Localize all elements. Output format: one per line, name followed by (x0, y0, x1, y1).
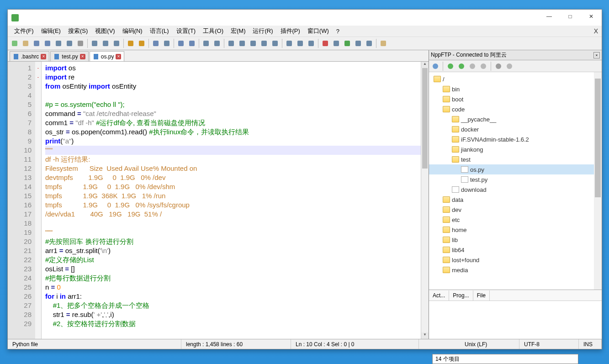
cut-icon[interactable] (90, 38, 100, 48)
tree-file[interactable]: test.py (429, 174, 602, 185)
scroll-down-arrow-icon[interactable]: ▼ (421, 332, 429, 339)
menu-search[interactable]: 搜索(S) (64, 26, 91, 36)
tab-close-icon[interactable]: × (116, 54, 121, 59)
tab-test-py[interactable]: test.py× (50, 51, 88, 61)
play-macro-icon[interactable] (342, 38, 352, 48)
menu-macro[interactable]: 宏(M) (227, 26, 249, 36)
tree-scroll-thumb[interactable] (595, 79, 601, 197)
rerun-macro-icon[interactable] (353, 38, 363, 48)
tree-folder[interactable]: / (429, 74, 602, 84)
tree-folder[interactable]: iF.SVNAdmin-stable-1.6.2 (429, 134, 602, 144)
menu-edit[interactable]: 编辑(E) (37, 26, 64, 36)
file-icon (461, 176, 468, 183)
bottom-tab-act[interactable]: Act... (429, 290, 449, 301)
tree-folder[interactable]: code (429, 104, 602, 114)
menu-file[interactable]: 文件(F) (11, 26, 37, 36)
tree-folder[interactable]: dev (429, 205, 602, 215)
zoom-out-icon[interactable] (187, 38, 197, 48)
menu-encoding[interactable]: 编码(N) (119, 26, 146, 36)
stop-macro-icon[interactable] (331, 38, 341, 48)
panel-title-bar[interactable]: NppFTP - Connected to 阿里云 × (429, 50, 602, 60)
folder-icon (452, 116, 459, 122)
tree-folder[interactable]: lib64 (429, 245, 602, 255)
close-document-button[interactable]: X (594, 27, 598, 35)
menu-language[interactable]: 语言(L) (146, 26, 173, 36)
maximize-button[interactable]: □ (560, 10, 581, 23)
indent-guide-icon[interactable] (248, 38, 258, 48)
nppftp-icon[interactable] (378, 38, 388, 48)
menu-run[interactable]: 运行(R) (249, 26, 276, 36)
bottom-tab-file[interactable]: File (473, 290, 490, 301)
menu-tools[interactable]: 工具(O) (199, 26, 227, 36)
upload-icon[interactable] (457, 62, 466, 71)
scroll-up-arrow-icon[interactable]: ▲ (421, 62, 429, 68)
messages-icon[interactable] (505, 62, 514, 71)
tree-folder[interactable]: bin (429, 84, 602, 94)
tree-folder[interactable]: __pycache__ (429, 114, 602, 124)
sync-v-icon[interactable] (201, 38, 211, 48)
tab-os-py[interactable]: os.py× (90, 51, 125, 61)
doc-map-icon[interactable] (270, 38, 280, 48)
code-editor[interactable]: 1234567891011121314151617181920212223242… (8, 61, 429, 339)
code-text-area[interactable]: import osimport refrom osEntity import o… (42, 62, 421, 339)
refresh-icon[interactable] (468, 62, 477, 71)
record-macro-icon[interactable] (320, 38, 330, 48)
tree-file[interactable]: os.py (429, 164, 602, 174)
lang-icon[interactable] (259, 38, 269, 48)
scroll-thumb[interactable] (422, 68, 428, 169)
close-all-icon[interactable] (64, 38, 74, 48)
function-list-icon[interactable] (295, 38, 305, 48)
monitor-icon[interactable] (306, 38, 316, 48)
zoom-in-icon[interactable] (176, 38, 186, 48)
tree-folder[interactable]: lost+found (429, 255, 602, 265)
menu-help[interactable]: ? (333, 27, 343, 36)
tree-folder[interactable]: jiankong (429, 144, 602, 154)
menu-view[interactable]: 视图(V) (91, 26, 118, 36)
tree-folder[interactable]: home (429, 225, 602, 235)
close-button[interactable]: ✕ (581, 10, 602, 23)
connect-icon[interactable] (431, 62, 440, 71)
print-icon[interactable] (75, 38, 85, 48)
save-all-icon[interactable] (42, 38, 53, 48)
editor-scrollbar[interactable]: ▲ ▼ (421, 62, 429, 339)
tree-folder[interactable]: lib (429, 235, 602, 245)
minimize-button[interactable]: — (539, 10, 560, 23)
tree-folder[interactable]: test (429, 154, 602, 164)
tree-folder[interactable]: etc (429, 215, 602, 225)
save-macro-icon[interactable] (364, 38, 374, 48)
replace-icon[interactable] (162, 38, 172, 48)
copy-icon[interactable] (101, 38, 111, 48)
tree-folder[interactable]: media (429, 265, 602, 275)
all-chars-icon[interactable] (237, 38, 247, 48)
find-icon[interactable] (151, 38, 161, 48)
tree-scrollbar[interactable] (594, 72, 602, 290)
settings-icon[interactable] (494, 62, 503, 71)
tree-folder[interactable]: boot (429, 94, 602, 104)
tab-close-icon[interactable]: × (41, 54, 46, 59)
open-file-icon[interactable] (21, 38, 31, 48)
tab-close-icon[interactable]: × (80, 54, 85, 59)
bottom-tab-prog[interactable]: Prog... (449, 290, 473, 301)
title-bar[interactable]: — □ ✕ (8, 10, 602, 26)
wrap-icon[interactable] (226, 38, 236, 48)
fold-gutter[interactable]: -- (35, 62, 42, 339)
paste-icon[interactable] (111, 38, 122, 48)
abort-icon[interactable] (479, 62, 488, 71)
undo-icon[interactable] (126, 38, 136, 48)
save-icon[interactable] (32, 38, 42, 48)
download-icon[interactable] (446, 62, 455, 71)
folder-icon[interactable] (284, 38, 294, 48)
tree-folder[interactable]: data (429, 195, 602, 205)
tree-folder[interactable]: docker (429, 124, 602, 134)
sync-h-icon[interactable] (212, 38, 222, 48)
panel-close-button[interactable]: × (593, 52, 600, 58)
new-file-icon[interactable] (10, 38, 20, 48)
ftp-tree[interactable]: /binbootcode__pycache__dockeriF.SVNAdmin… (429, 72, 602, 290)
menu-settings[interactable]: 设置(T) (173, 26, 200, 36)
menu-window[interactable]: 窗口(W) (304, 26, 333, 36)
menu-plugins[interactable]: 插件(P) (277, 26, 304, 36)
redo-icon[interactable] (137, 38, 147, 48)
close-icon[interactable] (53, 38, 64, 48)
tree-file[interactable]: download (429, 185, 602, 195)
tab--bashrc[interactable]: .bashrc× (10, 51, 49, 61)
